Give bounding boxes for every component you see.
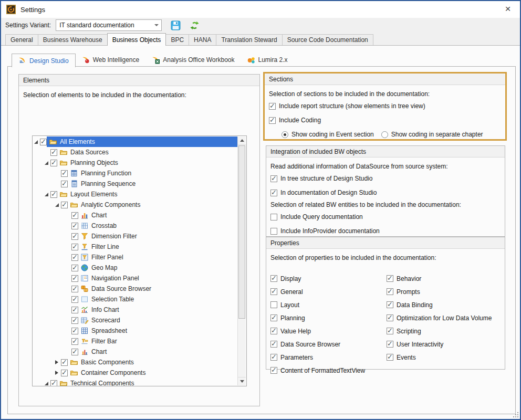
tree-item-chart[interactable]: Chart: [33, 346, 237, 357]
checkbox-in-documentation-of-design-studio[interactable]: In documentation of Design Studio: [266, 189, 505, 196]
checkbox-content-of-formattedtextview[interactable]: Content of FormattedTextView: [266, 364, 365, 377]
subtab-lumira-2-x[interactable]: Lumira 2.x: [241, 53, 294, 67]
checkbox-box[interactable]: [387, 301, 393, 308]
checkbox-behavior[interactable]: Behavior: [382, 272, 492, 285]
checkbox-planning[interactable]: Planning: [266, 311, 365, 324]
scroll-down-button[interactable]: [238, 377, 246, 385]
refresh-icon[interactable]: [189, 20, 200, 30]
scroll-up-button[interactable]: [238, 136, 246, 145]
checkbox-box[interactable]: [387, 354, 393, 361]
tree-item-data-source-browser[interactable]: Data Source Browser: [33, 284, 237, 294]
radio-button[interactable]: [381, 131, 388, 138]
tree-item-planning-objects[interactable]: Planning Objects: [33, 158, 237, 168]
checkbox-box[interactable]: [270, 354, 277, 361]
tree-checkbox[interactable]: [71, 349, 78, 355]
settings-variant-combobox[interactable]: IT standard documentation: [56, 19, 162, 31]
tree-item-chart[interactable]: Chart: [33, 210, 237, 220]
checkbox-general[interactable]: General: [266, 285, 365, 298]
save-icon[interactable]: [170, 20, 181, 30]
subtab-design-studio[interactable]: Design Studio: [12, 54, 76, 67]
collapse-icon[interactable]: [44, 382, 49, 385]
expand-icon[interactable]: [54, 360, 59, 364]
tree-item-planning-function[interactable]: Planning Function: [33, 168, 237, 178]
tree-item-crosstab[interactable]: Crosstab: [33, 220, 237, 231]
tree-checkbox[interactable]: [50, 149, 57, 156]
tree-checkbox[interactable]: [71, 244, 78, 250]
tree-item-dimension-filter[interactable]: Dimension Filter: [33, 231, 237, 242]
tree-scrollbar[interactable]: [237, 136, 246, 385]
tab-general[interactable]: General: [5, 34, 38, 45]
checkbox-layout[interactable]: Layout: [266, 298, 365, 311]
checkbox-include-infoprovider-documentation[interactable]: Include InfoProvider documentation: [266, 227, 505, 235]
checkbox-value-help[interactable]: Value Help: [266, 324, 365, 338]
tree-item-analytic-components[interactable]: Analytic Components: [33, 200, 237, 210]
tab-translation-steward[interactable]: Translation Steward: [216, 34, 282, 45]
checkbox-optimization-for-low-data-volume[interactable]: Optimization for Low Data Volume: [382, 311, 492, 324]
tree-item-info-chart[interactable]: Info Chart: [33, 304, 237, 315]
checkbox-box[interactable]: [387, 275, 393, 282]
tree-item-data-sources[interactable]: Data Sources: [33, 147, 237, 158]
checkbox-box[interactable]: [269, 117, 276, 124]
tree-checkbox[interactable]: [71, 212, 78, 219]
checkbox-in-tree-structure-of-design-studio[interactable]: In tree structure of Design Studio: [266, 175, 505, 182]
radio-show-coding-in-event-section[interactable]: Show coding in Event section: [282, 131, 374, 138]
close-button[interactable]: ×: [499, 2, 517, 16]
checkbox-box[interactable]: [269, 103, 276, 110]
tree-checkbox[interactable]: [71, 328, 78, 334]
collapse-icon[interactable]: [54, 203, 59, 207]
tab-business-objects[interactable]: Business Objects: [107, 33, 166, 46]
tree-checkbox[interactable]: [50, 191, 57, 198]
tree-item-spreadsheet[interactable]: Spreadsheet: [33, 326, 237, 336]
tree-item-selection-table[interactable]: Selection Table: [33, 294, 237, 304]
tab-source-code-documentation[interactable]: Source Code Documentation: [282, 34, 373, 45]
tree-checkbox[interactable]: [71, 338, 78, 345]
tree-checkbox[interactable]: [50, 160, 57, 166]
collapse-icon[interactable]: [33, 140, 38, 144]
tree-item-layout-elements[interactable]: Layout Elements: [33, 189, 237, 200]
tree-checkbox[interactable]: [71, 275, 78, 282]
tree-item-filter-line[interactable]: Filter Line: [33, 242, 237, 252]
tree-item-navigation-panel[interactable]: Navigation Panel: [33, 273, 237, 284]
checkbox-box[interactable]: [387, 288, 393, 295]
checkbox-include-report-structure-show-elements-in-tree-view-[interactable]: Include report structure (show elements …: [265, 102, 505, 110]
checkbox-prompts[interactable]: Prompts: [382, 285, 492, 298]
checkbox-box[interactable]: [270, 367, 277, 374]
tree-checkbox[interactable]: [71, 307, 78, 313]
collapse-icon[interactable]: [44, 193, 49, 196]
tree-item-planning-sequence[interactable]: Planning Sequence: [33, 178, 237, 189]
tree-checkbox[interactable]: [71, 265, 78, 271]
checkbox-box[interactable]: [270, 301, 277, 308]
scrollbar-thumb[interactable]: [238, 145, 245, 319]
tree-checkbox[interactable]: [61, 181, 68, 187]
tree-checkbox[interactable]: [61, 359, 68, 366]
checkbox-display[interactable]: Display: [266, 272, 365, 285]
checkbox-box[interactable]: [387, 314, 393, 321]
checkbox-scripting[interactable]: Scripting: [382, 324, 492, 338]
resize-grip-icon[interactable]: [513, 412, 518, 417]
checkbox-user-interactivity[interactable]: User Interactivity: [382, 338, 492, 351]
tree-item-basic-components[interactable]: Basic Components: [33, 357, 237, 368]
tree-checkbox[interactable]: [71, 286, 78, 292]
radio-show-coding-in-separate-chapter[interactable]: Show coding in separate chapter: [381, 131, 483, 138]
tree-item-container-components[interactable]: Container Components: [33, 368, 237, 378]
checkbox-box[interactable]: [387, 328, 393, 334]
tree-item-technical-components[interactable]: Technical Components: [33, 378, 237, 386]
tree-checkbox[interactable]: [71, 317, 78, 324]
tree-item-geo-map[interactable]: Geo Map: [33, 262, 237, 273]
tree-item-scorecard[interactable]: Scorecard: [33, 315, 237, 326]
checkbox-box[interactable]: [270, 214, 277, 220]
tab-hana[interactable]: HANA: [189, 34, 216, 45]
checkbox-box[interactable]: [270, 275, 277, 282]
tree-checkbox[interactable]: [61, 170, 68, 177]
checkbox-box[interactable]: [270, 190, 277, 196]
tab-bpc[interactable]: BPC: [165, 34, 189, 45]
checkbox-box[interactable]: [270, 314, 277, 321]
tab-business-warehouse[interactable]: Business Warehouse: [38, 34, 108, 45]
checkbox-box[interactable]: [270, 175, 277, 182]
tree-checkbox[interactable]: [71, 296, 78, 303]
tree-checkbox[interactable]: [71, 254, 78, 261]
tree-item-filter-bar[interactable]: Filter Bar: [33, 336, 237, 346]
checkbox-box[interactable]: [387, 341, 393, 348]
checkbox-box[interactable]: [270, 228, 277, 235]
tree-checkbox[interactable]: [40, 139, 47, 145]
